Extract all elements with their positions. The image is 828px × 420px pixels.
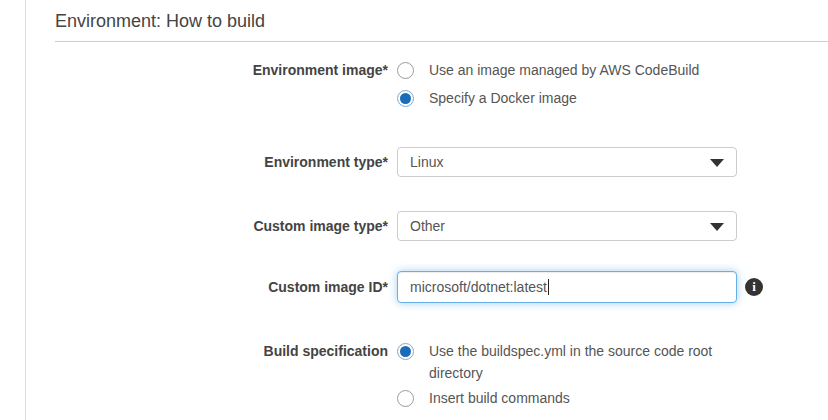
radio-dot bbox=[400, 93, 411, 104]
caret-down-icon bbox=[710, 223, 724, 231]
environment-image-options: Use an image managed by AWS CodeBuild Sp… bbox=[397, 56, 699, 112]
environment-image-label: Environment image* bbox=[55, 56, 388, 84]
radio-label-docker-image: Specify a Docker image bbox=[429, 90, 577, 106]
custom-image-type-value: Other bbox=[410, 218, 445, 234]
environment-type-select[interactable]: Linux bbox=[397, 147, 737, 177]
radio-row-docker-image: Specify a Docker image bbox=[397, 84, 699, 112]
radio-row-buildspec-yml: Use the buildspec.yml in the source code… bbox=[397, 340, 744, 384]
radio-dot bbox=[400, 346, 411, 357]
field-row-custom-image-id: Custom image ID* microsoft/dotnet:latest… bbox=[55, 271, 828, 303]
field-row-build-specification: Build specification Use the buildspec.ym… bbox=[55, 340, 828, 412]
field-row-custom-image-type: Custom image type* Other bbox=[55, 211, 828, 241]
field-row-environment-type: Environment type* Linux bbox=[55, 147, 828, 177]
radio-specify-docker-image[interactable] bbox=[397, 90, 414, 107]
info-icon[interactable]: i bbox=[745, 278, 763, 296]
custom-image-id-input[interactable]: microsoft/dotnet:latest bbox=[397, 271, 737, 303]
radio-label-buildspec-yml: Use the buildspec.yml in the source code… bbox=[429, 340, 744, 384]
environment-type-label: Environment type* bbox=[55, 147, 388, 177]
custom-image-type-select[interactable]: Other bbox=[397, 211, 737, 241]
radio-use-managed-image[interactable] bbox=[397, 62, 414, 79]
environment-build-panel: Environment: How to build Environment im… bbox=[0, 0, 828, 420]
custom-image-type-label: Custom image type* bbox=[55, 211, 388, 241]
section-title: Environment: How to build bbox=[55, 10, 828, 32]
custom-image-id-value: microsoft/dotnet:latest bbox=[410, 279, 547, 295]
environment-type-control: Linux bbox=[397, 147, 737, 177]
radio-label-managed-image: Use an image managed by AWS CodeBuild bbox=[429, 62, 699, 78]
radio-row-insert-commands: Insert build commands bbox=[397, 384, 744, 412]
radio-label-insert-commands: Insert build commands bbox=[429, 390, 570, 406]
text-cursor bbox=[548, 279, 549, 295]
field-row-environment-image: Environment image* Use an image managed … bbox=[55, 56, 828, 112]
custom-image-type-control: Other bbox=[397, 211, 737, 241]
radio-row-managed-image: Use an image managed by AWS CodeBuild bbox=[397, 56, 699, 84]
section-divider bbox=[55, 41, 828, 42]
radio-use-buildspec-yml[interactable] bbox=[397, 343, 414, 360]
build-specification-label: Build specification bbox=[55, 340, 388, 362]
custom-image-id-control: microsoft/dotnet:latest i bbox=[397, 271, 763, 303]
environment-type-value: Linux bbox=[410, 154, 443, 170]
radio-insert-build-commands[interactable] bbox=[397, 390, 414, 407]
build-specification-options: Use the buildspec.yml in the source code… bbox=[397, 340, 744, 412]
panel-border bbox=[25, 0, 26, 420]
section-content: Environment: How to build Environment im… bbox=[0, 0, 828, 412]
caret-down-icon bbox=[710, 159, 724, 167]
custom-image-id-label: Custom image ID* bbox=[55, 271, 388, 303]
